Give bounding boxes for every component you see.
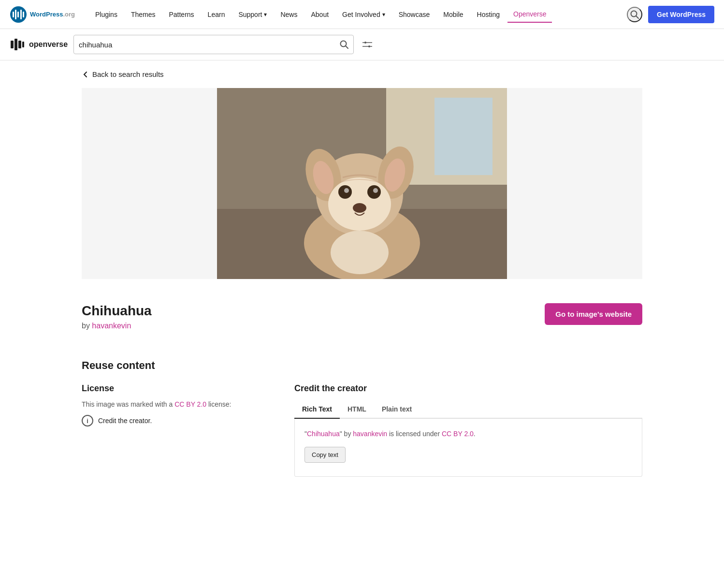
main-content: Back to search results bbox=[72, 60, 652, 501]
svg-rect-1 bbox=[13, 12, 14, 17]
nav-search-button[interactable] bbox=[627, 7, 642, 22]
chevron-down-icon: ▾ bbox=[382, 11, 385, 18]
svg-rect-9 bbox=[14, 39, 17, 50]
svg-rect-2 bbox=[15, 10, 16, 19]
nav-support[interactable]: Support ▾ bbox=[232, 7, 273, 22]
credit-creator-label: Credit the creator. bbox=[98, 417, 152, 425]
nav-openverse[interactable]: Openverse bbox=[507, 6, 552, 23]
license-block: License This image was marked with a CC … bbox=[82, 383, 265, 426]
credit-rich-text: "Chihuahua" by havankevin is licensed un… bbox=[304, 428, 632, 439]
credit-image-link[interactable]: Chihuahua bbox=[307, 430, 340, 438]
credit-tabs: Rich Text HTML Plain text bbox=[294, 400, 642, 419]
svg-rect-11 bbox=[22, 42, 24, 47]
get-wordpress-button[interactable]: Get WordPress bbox=[648, 6, 714, 23]
wp-logo-text: WordPress.org bbox=[30, 11, 75, 18]
back-link-label: Back to search results bbox=[92, 70, 164, 78]
credit-block: Credit the creator Rich Text HTML Plain … bbox=[294, 383, 642, 477]
nav-themes[interactable]: Themes bbox=[125, 7, 161, 22]
svg-rect-8 bbox=[11, 41, 14, 48]
chevron-left-icon bbox=[82, 71, 89, 78]
filter-button[interactable] bbox=[360, 37, 375, 52]
image-info-row: Chihuahua by havankevin Go to image's we… bbox=[82, 294, 642, 340]
svg-point-34 bbox=[331, 231, 389, 274]
nav-news[interactable]: News bbox=[275, 7, 303, 22]
svg-point-33 bbox=[353, 203, 366, 213]
nav-showcase[interactable]: Showcase bbox=[393, 7, 436, 22]
tab-rich-text[interactable]: Rich Text bbox=[294, 400, 340, 419]
svg-rect-10 bbox=[18, 41, 21, 48]
openverse-logo-label: openverse bbox=[29, 40, 68, 49]
image-display bbox=[82, 88, 642, 279]
svg-line-13 bbox=[346, 46, 348, 48]
license-link[interactable]: CC BY 2.0 bbox=[174, 400, 206, 408]
wordpress-logo[interactable]: WordPress.org bbox=[10, 6, 75, 23]
copy-text-button[interactable]: Copy text bbox=[304, 447, 346, 463]
search-submit-button[interactable] bbox=[340, 40, 348, 49]
license-text: This image was marked with a CC BY 2.0 l… bbox=[82, 400, 265, 408]
tab-plain-text[interactable]: Plain text bbox=[374, 400, 420, 419]
nav-learn[interactable]: Learn bbox=[202, 7, 231, 22]
reuse-grid: License This image was marked with a CC … bbox=[82, 383, 642, 477]
nav-plugins[interactable]: Plugins bbox=[89, 7, 123, 22]
svg-rect-20 bbox=[434, 98, 492, 175]
license-title: License bbox=[82, 383, 265, 394]
reuse-title: Reuse content bbox=[82, 359, 642, 372]
credit-author-link[interactable]: havankevin bbox=[353, 430, 387, 438]
tab-content-rich-text: "Chihuahua" by havankevin is licensed un… bbox=[294, 419, 642, 477]
svg-line-7 bbox=[636, 16, 638, 18]
search-bar bbox=[73, 35, 354, 54]
image-title-block: Chihuahua by havankevin bbox=[82, 303, 152, 330]
nav-get-involved[interactable]: Get Involved ▾ bbox=[336, 7, 391, 22]
svg-point-31 bbox=[344, 188, 349, 193]
tab-html[interactable]: HTML bbox=[340, 400, 374, 419]
nav-about[interactable]: About bbox=[305, 7, 334, 22]
image-author: by havankevin bbox=[82, 322, 152, 330]
openverse-header: openverse bbox=[0, 29, 724, 60]
openverse-logo[interactable]: openverse bbox=[10, 37, 68, 52]
svg-rect-3 bbox=[17, 12, 19, 17]
nav-mobile[interactable]: Mobile bbox=[437, 7, 469, 22]
image-title: Chihuahua bbox=[82, 303, 152, 319]
svg-point-32 bbox=[373, 188, 378, 193]
nav-links: Plugins Themes Patterns Learn Support ▾ … bbox=[89, 6, 617, 23]
info-icon: i bbox=[82, 415, 93, 426]
author-link[interactable]: havankevin bbox=[92, 322, 131, 330]
reuse-section: Reuse content License This image was mar… bbox=[82, 359, 642, 477]
top-navigation: WordPress.org Plugins Themes Patterns Le… bbox=[0, 0, 724, 29]
credit-title: Credit the creator bbox=[294, 383, 642, 394]
credit-creator-row: i Credit the creator. bbox=[82, 415, 265, 426]
search-input[interactable] bbox=[79, 41, 336, 49]
svg-rect-5 bbox=[23, 12, 24, 17]
back-to-search-link[interactable]: Back to search results bbox=[82, 70, 642, 78]
main-image bbox=[217, 88, 507, 279]
svg-rect-4 bbox=[20, 10, 22, 19]
go-to-website-button[interactable]: Go to image's website bbox=[545, 303, 642, 325]
nav-patterns[interactable]: Patterns bbox=[163, 7, 200, 22]
chevron-down-icon: ▾ bbox=[264, 11, 267, 18]
nav-right: Get WordPress bbox=[627, 6, 714, 23]
credit-license-link[interactable]: CC BY 2.0 bbox=[442, 430, 474, 438]
nav-hosting[interactable]: Hosting bbox=[471, 7, 506, 22]
